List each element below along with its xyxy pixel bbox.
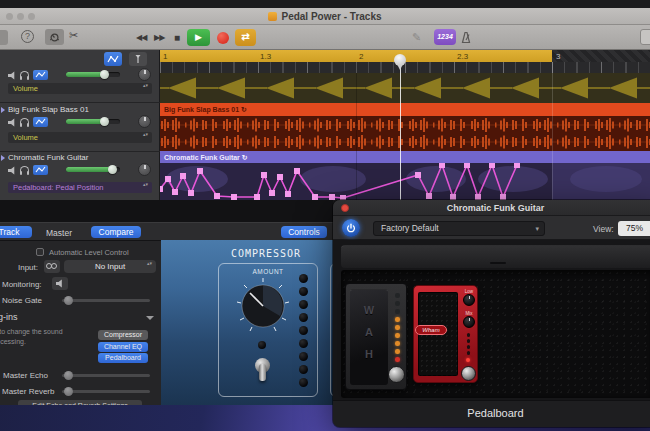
pan-knob[interactable] xyxy=(138,68,151,81)
monitoring-button[interactable] xyxy=(52,277,68,290)
controls-button[interactable]: Controls xyxy=(281,226,327,238)
wah-treadle[interactable]: W A H xyxy=(350,289,388,385)
disclosure-triangle[interactable] xyxy=(1,107,5,113)
tuner-icon[interactable]: ✎ xyxy=(412,31,421,44)
wham-knob2[interactable] xyxy=(463,316,475,328)
plugin-channel-eq[interactable]: Channel EQ xyxy=(98,342,148,352)
wham-pedal[interactable]: Wham Low Mix xyxy=(413,285,478,383)
speaker-icon xyxy=(8,166,17,175)
plugin-name: Pedalboard xyxy=(333,407,650,419)
track-volume-knob[interactable] xyxy=(100,70,109,79)
cycle-region[interactable] xyxy=(160,50,552,62)
plugin-power-button[interactable] xyxy=(342,219,360,237)
wham-knob1[interactable] xyxy=(463,294,475,306)
bass-region-body[interactable] xyxy=(160,116,650,151)
mute-button[interactable] xyxy=(8,166,17,175)
play-button[interactable]: ▶ xyxy=(187,29,210,46)
noise-gate-knob[interactable] xyxy=(64,296,73,305)
pedal-position-automation[interactable] xyxy=(160,163,650,200)
tab-master[interactable]: Master xyxy=(46,228,72,238)
playhead-line[interactable] xyxy=(400,62,401,200)
input-source-select[interactable]: No Input ▴▾ xyxy=(64,260,156,273)
display-mode-icon[interactable] xyxy=(640,29,650,45)
ruler-ticks[interactable] xyxy=(160,62,650,73)
track-name[interactable]: Chromatic Funk Guitar xyxy=(8,153,88,162)
edit-echo-reverb-button[interactable]: Edit Echo and Reverb Settings xyxy=(18,400,142,405)
noise-gate-slider[interactable] xyxy=(62,299,150,302)
loop-icon: ↻ xyxy=(241,106,247,113)
solo-button[interactable] xyxy=(20,71,29,78)
pan-knob[interactable] xyxy=(138,115,151,128)
track-volume-slider[interactable] xyxy=(66,72,120,77)
cycle-button[interactable]: ⇄ xyxy=(235,29,256,46)
dial-icon xyxy=(49,32,60,43)
plugin-compressor[interactable]: Compressor xyxy=(98,330,148,340)
plugins-chevron-icon[interactable] xyxy=(146,316,154,320)
window-titlebar[interactable]: Pedal Power - Tracks xyxy=(0,8,650,25)
pedalboard-canvas[interactable]: W A H Wham Low Mi xyxy=(333,240,650,400)
catch-playhead-button[interactable] xyxy=(129,52,147,66)
track-volume-knob[interactable] xyxy=(108,165,117,174)
solo-button[interactable] xyxy=(20,118,29,125)
master-echo-knob[interactable] xyxy=(64,371,73,380)
automation-parameter-select[interactable]: Volume▴▾ xyxy=(8,132,152,143)
automation-mode-button[interactable] xyxy=(33,117,48,127)
rewind-button[interactable]: ◀◀ xyxy=(136,33,146,42)
smart-controls-button[interactable] xyxy=(45,29,64,45)
playhead-marker[interactable] xyxy=(394,54,406,66)
drummer-region[interactable] xyxy=(160,73,650,103)
monitoring-label: Monitoring: xyxy=(2,280,42,289)
master-reverb-slider[interactable] xyxy=(62,390,150,393)
input-format-button[interactable] xyxy=(44,260,60,273)
wah-led xyxy=(395,341,400,346)
led-dot xyxy=(299,378,308,387)
led-dot xyxy=(299,352,308,361)
automation-mode-button[interactable] xyxy=(33,70,48,80)
solo-button[interactable] xyxy=(20,166,29,173)
automation-parameter-select[interactable]: Pedalboard: Pedal Position▴▾ xyxy=(8,182,152,193)
track-volume-slider[interactable] xyxy=(66,119,120,124)
plugin-pedalboard[interactable]: Pedalboard xyxy=(98,353,148,363)
editors-button[interactable]: ✂ xyxy=(69,29,78,42)
mute-button[interactable] xyxy=(8,71,17,80)
quick-help-icon[interactable]: ? xyxy=(21,30,34,43)
disclosure-triangle[interactable] xyxy=(1,155,5,161)
record-button[interactable] xyxy=(217,32,229,44)
smart-controls-bar: Track Master Compare Controls xyxy=(0,200,333,240)
wah-led xyxy=(395,349,400,354)
tab-track[interactable]: Track xyxy=(0,226,32,238)
show-automation-button[interactable] xyxy=(104,52,122,66)
auto-level-checkbox[interactable] xyxy=(36,248,44,256)
drummer-waveform xyxy=(160,73,650,103)
view-zoom-select[interactable]: 75% xyxy=(618,221,650,236)
wah-footswitch[interactable] xyxy=(388,366,405,383)
bass-waveform xyxy=(160,116,650,151)
master-reverb-knob[interactable] xyxy=(64,387,73,396)
wham-footswitch[interactable] xyxy=(461,366,476,381)
plugin-titlebar[interactable]: Chromatic Funk Guitar xyxy=(333,200,650,216)
stop-button[interactable]: ■ xyxy=(174,32,179,43)
wah-pedal[interactable]: W A H xyxy=(345,283,407,390)
count-in-button[interactable]: 1234 xyxy=(434,29,456,45)
metronome-icon[interactable] xyxy=(460,30,472,48)
track-name[interactable]: Big Funk Slap Bass 01 xyxy=(8,105,89,114)
preset-select[interactable]: Factory Default ▾ xyxy=(373,221,545,236)
tracks-area[interactable]: 1 1.3 2 2.3 3 Big Funk Slap Bass 01 ↻ xyxy=(160,50,650,200)
speaker-icon xyxy=(8,71,17,80)
master-echo-slider[interactable] xyxy=(62,374,150,377)
track-volume-knob[interactable] xyxy=(100,117,109,126)
library-icon[interactable] xyxy=(0,30,8,45)
automation-parameter-select[interactable]: Volume▴▾ xyxy=(8,83,152,94)
compressor-panel: COMPRESSOR AMOUNT xyxy=(161,240,333,405)
compressor-toggle-lever[interactable] xyxy=(259,364,266,381)
mute-button[interactable] xyxy=(8,118,17,127)
compare-button[interactable]: Compare xyxy=(91,226,141,238)
pedal-shelf[interactable] xyxy=(341,245,650,268)
smart-controls-tabbar: Track Master Compare Controls xyxy=(0,222,333,240)
automation-mode-button[interactable] xyxy=(33,165,48,175)
pan-knob[interactable] xyxy=(138,163,151,176)
amount-knob[interactable] xyxy=(233,276,293,336)
bass-region-header[interactable]: Big Funk Slap Bass 01 ↻ xyxy=(160,103,650,116)
forward-button[interactable]: ▶▶ xyxy=(154,33,164,42)
view-label: View: xyxy=(593,224,614,234)
